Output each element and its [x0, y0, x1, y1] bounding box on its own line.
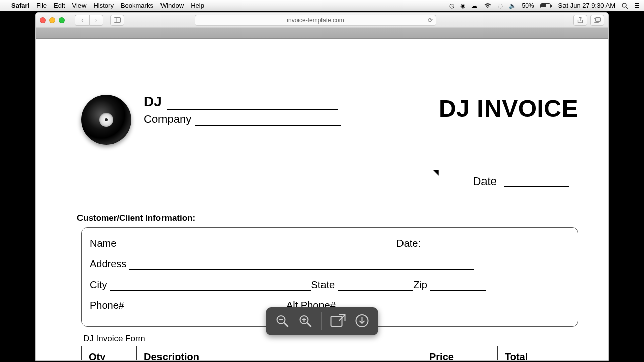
- svg-line-13: [307, 323, 311, 327]
- col-price-header: Price: [422, 346, 498, 361]
- zoom-out-button[interactable]: [275, 314, 290, 329]
- menu-bookmarks[interactable]: Bookmarks: [121, 2, 153, 9]
- window-close-button[interactable]: [40, 17, 46, 23]
- dj-label: DJ: [144, 94, 162, 110]
- cloud-icon[interactable]: ☁: [471, 2, 477, 9]
- col-total-header: Total: [498, 346, 578, 361]
- wifi-icon[interactable]: [484, 3, 492, 9]
- vinyl-record-icon: [81, 95, 131, 145]
- menu-view[interactable]: View: [72, 2, 87, 9]
- address-field[interactable]: [129, 260, 474, 270]
- menu-history[interactable]: History: [93, 2, 113, 9]
- open-preview-button[interactable]: [330, 314, 347, 329]
- menu-window[interactable]: Window: [160, 2, 184, 9]
- city-label: City: [90, 279, 107, 291]
- company-field[interactable]: [195, 115, 341, 126]
- share-button[interactable]: [573, 15, 587, 26]
- spotlight-icon[interactable]: [621, 2, 628, 9]
- name-label: Name: [90, 238, 116, 249]
- svg-rect-1: [551, 5, 552, 7]
- name-field[interactable]: [119, 239, 386, 249]
- volume-icon[interactable]: 🔈: [509, 2, 516, 9]
- safari-window: ‹ › invoice-template.com ⟳: [35, 12, 609, 361]
- svg-rect-2: [541, 4, 546, 7]
- customer-section-heading: Customer/Client Information:: [77, 213, 578, 223]
- svg-rect-5: [114, 18, 121, 23]
- menu-file[interactable]: File: [36, 2, 47, 9]
- zip-field[interactable]: [430, 281, 486, 291]
- form-caption: DJ Invoice Form: [83, 334, 578, 344]
- tab-strip: [36, 28, 608, 39]
- location-icon[interactable]: ◌: [498, 2, 503, 9]
- pdf-toolbar: [266, 307, 378, 335]
- window-minimize-button[interactable]: [49, 17, 55, 23]
- zoom-in-button[interactable]: [298, 314, 313, 329]
- forward-button[interactable]: ›: [89, 15, 103, 26]
- phone-field[interactable]: [127, 301, 283, 311]
- timemachine-icon[interactable]: ◷: [449, 2, 454, 9]
- app-menu[interactable]: Safari: [11, 2, 29, 9]
- zip-label: Zip: [413, 279, 427, 291]
- back-button[interactable]: ‹: [75, 15, 89, 26]
- address-label: Address: [90, 258, 126, 270]
- phone-label: Phone#: [90, 300, 124, 311]
- url-text: invoice-template.com: [287, 17, 344, 24]
- svg-rect-16: [331, 316, 342, 326]
- col-description-header: Description: [137, 346, 422, 361]
- toolbar-separator: [321, 312, 322, 330]
- state-label: State: [311, 279, 335, 291]
- tabs-button[interactable]: [590, 15, 604, 26]
- window-maximize-button[interactable]: [59, 17, 65, 23]
- invoice-title: DJ INVOICE: [439, 95, 578, 122]
- sidebar-button[interactable]: [110, 15, 124, 26]
- svg-point-3: [622, 3, 626, 7]
- svg-line-4: [626, 7, 628, 9]
- svg-line-10: [284, 323, 288, 327]
- download-button[interactable]: [355, 314, 369, 329]
- state-field[interactable]: [338, 281, 413, 291]
- notification-center-icon[interactable]: ☰: [634, 2, 640, 9]
- sync-icon[interactable]: ◉: [460, 2, 465, 9]
- svg-rect-8: [596, 18, 601, 22]
- reload-icon[interactable]: ⟳: [428, 17, 433, 24]
- invoice-date-field[interactable]: [504, 186, 569, 187]
- macos-menubar: Safari File Edit View History Bookmarks …: [0, 0, 644, 11]
- dj-name-field[interactable]: [167, 99, 338, 110]
- menu-edit[interactable]: Edit: [54, 2, 65, 9]
- battery-percent: 50%: [522, 2, 534, 9]
- company-label: Company: [144, 113, 191, 126]
- invoice-date-label: Date: [473, 175, 496, 188]
- clock[interactable]: Sat Jun 27 9:30 AM: [558, 2, 615, 9]
- city-field[interactable]: [110, 281, 311, 291]
- cust-date-field[interactable]: [424, 239, 469, 249]
- menu-help[interactable]: Help: [191, 2, 204, 9]
- invoice-items-table: Qty Description Price Total: [81, 346, 578, 360]
- battery-icon[interactable]: [540, 3, 552, 9]
- address-bar[interactable]: invoice-template.com ⟳: [195, 15, 436, 26]
- safari-toolbar: ‹ › invoice-template.com ⟳: [36, 13, 608, 28]
- cust-date-label: Date:: [396, 238, 421, 249]
- col-qty-header: Qty: [82, 346, 137, 361]
